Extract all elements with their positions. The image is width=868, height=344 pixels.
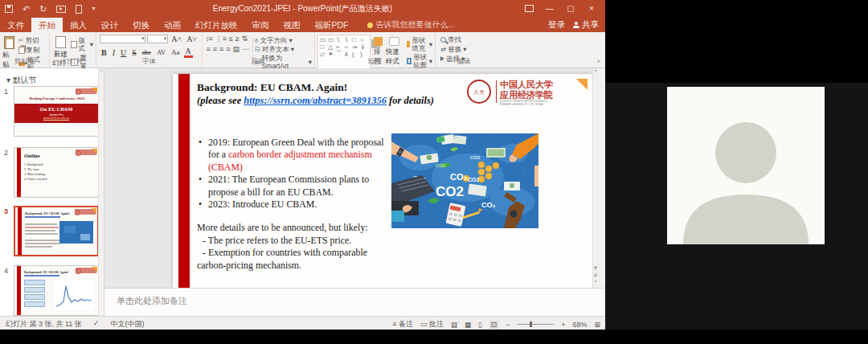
slide-thumbnail-1[interactable]: Beijing Energy Conference 2021 On EU CBA… — [14, 86, 99, 137]
spellcheck-icon[interactable]: ✓ — [93, 319, 100, 330]
cbam-collage-image: CO2 CO₂ CO₂ CO2 CO₂ CO2 CO2 — [391, 133, 538, 228]
bullet-2021: 2021: The European Commission plans to p… — [197, 174, 396, 199]
tab-home[interactable]: 开始 — [31, 18, 63, 32]
logo-corner-triangle — [576, 79, 588, 90]
character-spacing-button[interactable]: AV — [155, 48, 167, 56]
list-indent-controls[interactable]: ⁝≡⋮≡≤≥⇅ — [205, 35, 251, 43]
svg-text:CO2: CO2 — [470, 155, 481, 160]
slide-scrollbar[interactable]: ˄ ⇈⇊˅ — [592, 68, 599, 288]
thumb-number-1: 1 — [4, 88, 12, 96]
shape-fill-button[interactable]: 形状填充 ▾ — [407, 36, 432, 52]
thumb-number-4: 4 — [4, 267, 12, 275]
grow-font-button[interactable]: A˄ — [170, 35, 183, 43]
powerpoint-window: ↶ ↻ ▾ EnergyCon2021-JPEI - PowerPoint(产品… — [0, 0, 605, 330]
participant-video-tile[interactable] — [667, 87, 825, 244]
tab-animations[interactable]: 动画 — [157, 18, 188, 32]
detail-line-2: - Exemption for countries with comparabl… — [197, 247, 396, 272]
paste-icon — [4, 36, 14, 49]
zoom-out-button[interactable]: − — [506, 321, 510, 329]
copy-icon — [18, 47, 25, 54]
editing-group: 查找 ⇄替换 ▾ 选择 ▾ 编辑 — [436, 32, 492, 68]
title-bar: ↶ ↻ ▾ EnergyCon2021-JPEI - PowerPoint(产品… — [0, 0, 605, 18]
collapse-ribbon-icon[interactable]: ˄ — [596, 58, 600, 65]
tell-me-box[interactable]: 告诉我您想要做什么... — [356, 18, 455, 32]
window-controls: — ▢ × — [518, 0, 602, 18]
normal-view-button[interactable]: ▤ — [451, 321, 457, 329]
replace-button[interactable]: ⇄替换 ▾ — [440, 45, 487, 53]
slide-thumbnail-4[interactable]: Background: EU CBAM. Again! — [14, 265, 99, 316]
slide-thumbnail-2[interactable]: Outline 1. Background 2. The issue 3. Ma… — [14, 147, 99, 198]
slide-number-indicator[interactable]: 幻灯片 第 3 张, 共 11 张 — [6, 319, 82, 330]
slide-title: Background: EU CBAM. Again! — [197, 81, 347, 94]
layout-button[interactable]: 版式 ▾ — [71, 36, 93, 52]
notes-toggle[interactable]: ≡ 备注 — [392, 319, 413, 330]
italic-button[interactable]: I — [111, 48, 117, 57]
align-text-button[interactable]: ⊟对齐文本 ▾ — [255, 45, 312, 53]
font-name-combo[interactable] — [100, 35, 145, 43]
ssrn-link[interactable]: https://ssrn.com/abstract=3891356 — [244, 95, 387, 106]
quick-styles-icon — [389, 37, 399, 46]
zoom-slider[interactable] — [517, 324, 554, 325]
strikethrough-button[interactable]: S — [130, 48, 138, 57]
previous-next-slide-buttons[interactable]: ⇈⇊˅ — [592, 265, 599, 285]
university-seal-icon: 人大 — [467, 80, 491, 104]
tab-foxit-pdf[interactable]: 福昕PDF — [308, 18, 356, 32]
avatar-placeholder-icon — [667, 87, 825, 244]
cut-button[interactable]: ✂剪切 — [18, 36, 47, 44]
clear-formatting-button[interactable]: abc — [141, 49, 153, 56]
tab-transitions[interactable]: 切换 — [125, 18, 157, 32]
thumbnail-scrollbar[interactable]: ˄ — [98, 68, 104, 316]
language-indicator[interactable]: 中文(中国) — [110, 319, 144, 330]
ribbon-tabs: 文件 开始 插入 设计 切换 动画 幻灯片放映 审阅 视图 福昕PDF 告诉我您… — [0, 18, 605, 32]
underline-button[interactable]: U — [119, 48, 128, 57]
share-button[interactable]: 共享 — [573, 19, 599, 31]
slide-canvas: Background: EU CBAM. Again! (please see … — [104, 68, 599, 288]
change-case-button[interactable]: Aa — [170, 48, 182, 56]
alignment-controls[interactable]: ≡≡≡≡▤⋯ — [205, 45, 251, 53]
svg-text:CO₂: CO₂ — [450, 172, 468, 182]
tab-review[interactable]: 审阅 — [245, 18, 276, 32]
section-header[interactable]: ▾ 默认节 — [6, 75, 37, 86]
slide-thumbnail-3[interactable]: Background: EU CBAM. Again! — [14, 206, 99, 256]
svg-text:CO2: CO2 — [468, 177, 480, 182]
minimize-button[interactable]: — — [539, 0, 560, 18]
person-icon — [573, 22, 579, 28]
slides-group: 新建 幻灯片 版式 ▾ 重置 节 ▾ 幻灯片 — [50, 32, 96, 68]
font-color-button[interactable]: A — [184, 47, 193, 58]
tab-design[interactable]: 设计 — [94, 18, 125, 32]
tab-insert[interactable]: 插入 — [63, 18, 94, 32]
layout-icon — [71, 41, 76, 48]
tab-file[interactable]: 文件 — [0, 18, 31, 32]
thumb-number-3: 3 — [4, 207, 12, 215]
find-button[interactable]: 查找 — [440, 35, 487, 43]
close-button[interactable]: × — [581, 0, 602, 18]
slideshow-view-button[interactable]: ⊡ — [489, 321, 498, 329]
maximize-button[interactable]: ▢ — [560, 0, 581, 18]
copy-button[interactable]: 复制 — [18, 46, 47, 54]
ribbon-display-options-icon[interactable] — [518, 0, 539, 18]
tab-view[interactable]: 视图 — [276, 18, 308, 32]
tab-slideshow[interactable]: 幻灯片放映 — [188, 18, 245, 32]
text-direction-button[interactable]: ⫛文字方向 ▾ — [255, 36, 312, 44]
current-slide[interactable]: Background: EU CBAM. Again! (please see … — [173, 74, 596, 288]
bullet-2023: 2023: Introduce EU CBAM. — [197, 199, 396, 211]
mini-line-chart — [53, 279, 95, 311]
svg-text:CO₂: CO₂ — [481, 201, 496, 209]
zoom-level[interactable]: 68% — [572, 321, 587, 329]
reading-view-button[interactable]: ▯ — [478, 321, 482, 329]
svg-text:CO2: CO2 — [436, 184, 464, 199]
slide-sorter-view-button[interactable]: ▦ — [465, 321, 471, 329]
bold-button[interactable]: B — [100, 48, 108, 57]
new-slide-icon — [55, 36, 66, 48]
sign-in-button[interactable]: 登录 — [548, 19, 565, 31]
fit-slide-button[interactable]: ⊞ — [594, 321, 600, 329]
font-size-combo[interactable] — [147, 35, 168, 43]
search-icon — [440, 37, 446, 43]
font-group: A˄ A˅ B I U S abc AV Aa A 字体 — [96, 32, 203, 68]
zoom-in-button[interactable]: + — [561, 321, 565, 329]
notes-pane[interactable]: 单击此处添加备注 — [104, 288, 605, 316]
arrange-icon — [374, 37, 383, 46]
comments-toggle[interactable]: ▭ 批注 — [420, 319, 444, 330]
ribbon: 粘贴 ✂剪切 复制 格式刷 剪贴板 新建 幻灯片 — [0, 32, 605, 68]
shrink-font-button[interactable]: A˅ — [185, 35, 199, 43]
